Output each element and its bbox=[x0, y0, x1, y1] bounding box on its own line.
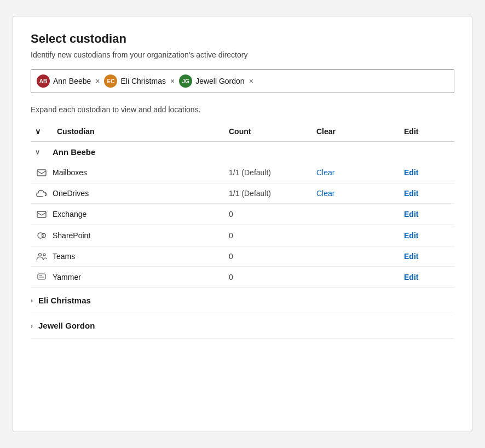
mailboxes-clear-button[interactable]: Clear bbox=[312, 168, 339, 177]
onedrives-edit-button[interactable]: Edit bbox=[400, 189, 423, 198]
onedrives-label: OneDrives bbox=[53, 189, 89, 198]
mailboxes-label-cell: Mailboxes bbox=[53, 168, 224, 177]
tag-jewell-gordon: JG Jewell Gordon × bbox=[179, 74, 255, 88]
sharepoint-edit-button[interactable]: Edit bbox=[400, 231, 423, 240]
onedrives-clear-button[interactable]: Clear bbox=[312, 189, 339, 198]
onedrives-count: 1/1 (Default) bbox=[224, 189, 312, 198]
custodian-name-jewell-gordon: Jewell Gordon bbox=[38, 321, 95, 330]
yammer-label-cell: Yammer bbox=[53, 273, 224, 282]
sharepoint-edit-cell: Edit bbox=[400, 231, 454, 240]
header-edit: Edit bbox=[400, 125, 454, 138]
yammer-edit-button[interactable]: Edit bbox=[400, 273, 423, 282]
item-row-teams: Teams 0 Edit bbox=[31, 246, 454, 267]
svg-point-4 bbox=[39, 254, 42, 256]
svg-point-2 bbox=[38, 233, 43, 238]
exchange-edit-button[interactable]: Edit bbox=[400, 210, 423, 219]
mailboxes-clear-cell: Clear bbox=[312, 168, 400, 177]
item-row-mailboxes: Mailboxes 1/1 (Default) Clear Edit bbox=[31, 162, 454, 183]
teams-edit-cell: Edit bbox=[400, 252, 454, 261]
sharepoint-count: 0 bbox=[224, 231, 312, 240]
expand-hint: Expand each custodian to view and add lo… bbox=[31, 105, 454, 114]
custodian-section-ann-beebe: ∨ Ann Beebe Mailboxes 1/1 (Default) bbox=[31, 142, 454, 288]
item-row-onedrives: OneDrives 1/1 (Default) Clear Edit bbox=[31, 183, 454, 204]
exchange-count: 0 bbox=[224, 210, 312, 219]
collapse-icon-ann-beebe[interactable]: ∨ bbox=[31, 148, 53, 156]
custodian-name-eli-christmas: Eli Christmas bbox=[38, 296, 91, 305]
mailboxes-edit-button[interactable]: Edit bbox=[400, 168, 423, 177]
remove-tag-ann-beebe[interactable]: × bbox=[94, 77, 101, 85]
page-subtitle: Identify new custodians from your organi… bbox=[31, 50, 454, 59]
sharepoint-icon bbox=[31, 231, 53, 240]
expand-icon-jewell-gordon: › bbox=[31, 322, 33, 330]
custodian-section-jewell-gordon[interactable]: › Jewell Gordon bbox=[31, 313, 454, 338]
custodian-name-ann-beebe: Ann Beebe bbox=[53, 147, 224, 157]
sharepoint-label: SharePoint bbox=[53, 231, 90, 240]
custodian-tag-input[interactable]: AB Ann Beebe × EC Eli Christmas × JG Jew… bbox=[31, 69, 454, 93]
exchange-icon bbox=[31, 209, 53, 219]
yammer-icon bbox=[31, 272, 53, 282]
avatar-ann-beebe: AB bbox=[37, 74, 50, 88]
mailboxes-label: Mailboxes bbox=[53, 168, 87, 177]
page-title: Select custodian bbox=[31, 32, 454, 46]
tag-label-eli-christmas: Eli Christmas bbox=[120, 77, 165, 85]
tag-ann-beebe: AB Ann Beebe × bbox=[37, 74, 101, 88]
item-row-exchange: Exchange 0 Edit bbox=[31, 204, 454, 225]
avatar-jewell-gordon: JG bbox=[179, 74, 192, 88]
svg-rect-6 bbox=[38, 274, 45, 279]
custodian-section-eli-christmas[interactable]: › Eli Christmas bbox=[31, 288, 454, 313]
table-header: ∨ Custodian Count Clear Edit bbox=[31, 122, 454, 142]
mailboxes-edit-cell: Edit bbox=[400, 168, 454, 177]
header-count: Count bbox=[224, 125, 312, 138]
remove-tag-jewell-gordon[interactable]: × bbox=[248, 77, 255, 85]
mailboxes-count: 1/1 (Default) bbox=[224, 168, 312, 177]
yammer-count: 0 bbox=[224, 273, 312, 282]
mailbox-icon bbox=[31, 168, 53, 177]
header-clear: Clear bbox=[312, 125, 400, 138]
avatar-eli-christmas: EC bbox=[104, 74, 117, 88]
tag-label-ann-beebe: Ann Beebe bbox=[53, 77, 91, 85]
teams-label-cell: Teams bbox=[53, 252, 224, 261]
onedrives-edit-cell: Edit bbox=[400, 189, 454, 198]
teams-label: Teams bbox=[53, 252, 75, 261]
remove-tag-eli-christmas[interactable]: × bbox=[169, 77, 176, 85]
item-row-yammer: Yammer 0 Edit bbox=[31, 267, 454, 288]
tag-eli-christmas: EC Eli Christmas × bbox=[104, 74, 176, 88]
header-expand-col: ∨ bbox=[31, 125, 53, 138]
teams-icon bbox=[31, 252, 53, 261]
onedrives-clear-cell: Clear bbox=[312, 189, 400, 198]
teams-count: 0 bbox=[224, 252, 312, 261]
yammer-label: Yammer bbox=[53, 273, 81, 282]
svg-point-3 bbox=[42, 234, 46, 238]
svg-rect-0 bbox=[37, 170, 46, 176]
select-custodian-panel: Select custodian Identify new custodians… bbox=[13, 16, 472, 432]
sharepoint-label-cell: SharePoint bbox=[53, 231, 224, 240]
svg-rect-1 bbox=[37, 211, 46, 217]
exchange-edit-cell: Edit bbox=[400, 210, 454, 219]
yammer-edit-cell: Edit bbox=[400, 273, 454, 282]
header-chevron: ∨ bbox=[35, 127, 41, 136]
exchange-label-cell: Exchange bbox=[53, 210, 224, 219]
exchange-label: Exchange bbox=[53, 210, 86, 219]
tag-label-jewell-gordon: Jewell Gordon bbox=[195, 77, 245, 85]
onedrive-icon bbox=[31, 189, 53, 197]
expand-icon-eli-christmas: › bbox=[31, 297, 33, 305]
svg-point-5 bbox=[43, 254, 45, 256]
onedrives-label-cell: OneDrives bbox=[53, 189, 224, 198]
custodians-table: ∨ Custodian Count Clear Edit ∨ Ann Beebe bbox=[31, 122, 454, 338]
teams-edit-button[interactable]: Edit bbox=[400, 252, 423, 261]
custodian-row-ann-beebe[interactable]: ∨ Ann Beebe bbox=[31, 142, 454, 162]
header-custodian: Custodian bbox=[53, 125, 224, 138]
item-row-sharepoint: SharePoint 0 Edit bbox=[31, 225, 454, 246]
